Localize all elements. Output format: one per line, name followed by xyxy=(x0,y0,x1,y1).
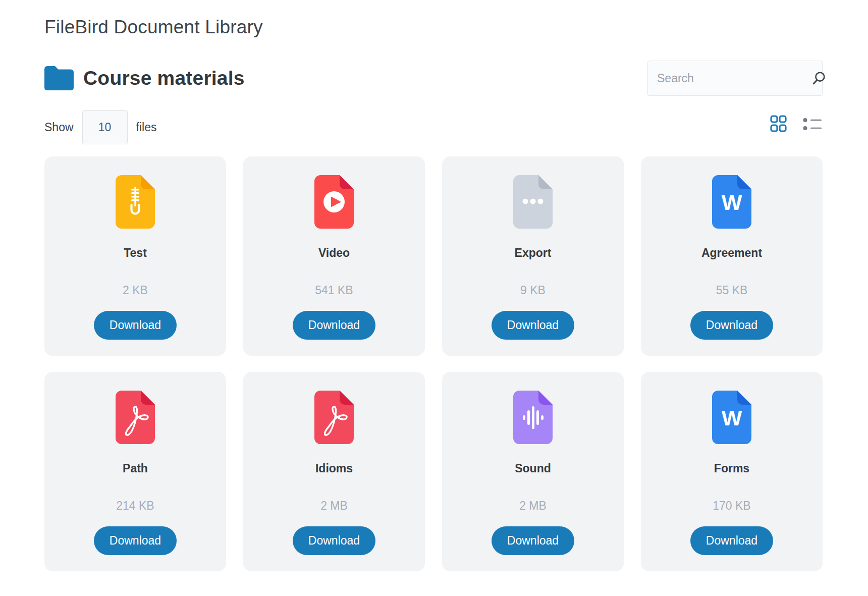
download-button[interactable]: Download xyxy=(690,526,773,555)
file-name: Path xyxy=(123,462,148,475)
download-button[interactable]: Download xyxy=(293,526,375,555)
svg-text:W: W xyxy=(722,190,742,214)
grid-view-button[interactable] xyxy=(769,114,788,134)
word-file-icon: W xyxy=(712,391,751,444)
search-icon xyxy=(811,70,827,86)
folder-title: Course materials xyxy=(83,67,245,89)
file-card: Sound 2 MB Download xyxy=(442,372,624,571)
file-name: Idioms xyxy=(315,462,353,475)
download-button[interactable]: Download xyxy=(94,311,177,340)
files-label: files xyxy=(136,121,157,134)
download-button[interactable]: Download xyxy=(293,311,375,340)
search-button[interactable] xyxy=(811,61,834,95)
pdf-file-icon xyxy=(116,391,155,444)
video-file-icon xyxy=(314,175,354,229)
search-input[interactable] xyxy=(648,61,811,95)
file-size: 170 KB xyxy=(713,499,750,513)
word-file-icon: W xyxy=(712,175,751,229)
file-card: Path 214 KB Download xyxy=(44,372,226,571)
svg-text:W: W xyxy=(722,406,742,430)
file-name: Video xyxy=(318,246,350,260)
list-view-icon xyxy=(803,117,822,131)
view-toggles xyxy=(769,114,823,134)
page-title: FileBird Document Library xyxy=(44,17,263,38)
download-button[interactable]: Download xyxy=(94,526,177,555)
pdf-file-icon xyxy=(314,391,354,444)
search-box xyxy=(647,61,823,96)
file-card: Test 2 KB Download xyxy=(44,156,226,356)
file-size: 9 KB xyxy=(520,284,546,297)
file-card: W Forms 170 KB Download xyxy=(641,372,823,571)
file-size: 2 MB xyxy=(320,499,348,513)
file-name: Export xyxy=(515,246,552,260)
file-grid: Test 2 KB Download Video 541 KB Download xyxy=(44,156,823,571)
files-count-input[interactable] xyxy=(82,110,128,144)
grid-view-icon xyxy=(770,115,787,133)
file-size: 214 KB xyxy=(116,499,154,513)
file-size: 2 KB xyxy=(123,284,148,297)
show-label: Show xyxy=(44,121,74,134)
file-size: 2 MB xyxy=(519,499,547,513)
file-card: Idioms 2 MB Download xyxy=(243,372,425,571)
file-size: 55 KB xyxy=(716,284,748,297)
file-card: Export 9 KB Download xyxy=(442,156,624,356)
download-button[interactable]: Download xyxy=(492,526,574,555)
show-files-control: Show files xyxy=(44,110,156,145)
audio-file-icon xyxy=(513,391,553,444)
file-name: Test xyxy=(124,246,147,260)
zip-file-icon xyxy=(116,175,155,229)
generic-file-icon xyxy=(513,175,553,229)
download-button[interactable]: Download xyxy=(492,311,574,340)
filebird-document-library-page: FileBird Document Library Course materia… xyxy=(0,0,868,596)
download-button[interactable]: Download xyxy=(690,311,773,340)
list-view-button[interactable] xyxy=(802,116,823,132)
file-name: Agreement xyxy=(701,246,762,260)
file-card: Video 541 KB Download xyxy=(243,156,425,356)
file-card: W Agreement 55 KB Download xyxy=(641,156,823,356)
folder-icon xyxy=(44,66,74,90)
current-folder-header: Course materials xyxy=(44,61,245,96)
file-name: Sound xyxy=(515,462,551,475)
file-name: Forms xyxy=(714,462,749,475)
file-size: 541 KB xyxy=(315,284,353,297)
